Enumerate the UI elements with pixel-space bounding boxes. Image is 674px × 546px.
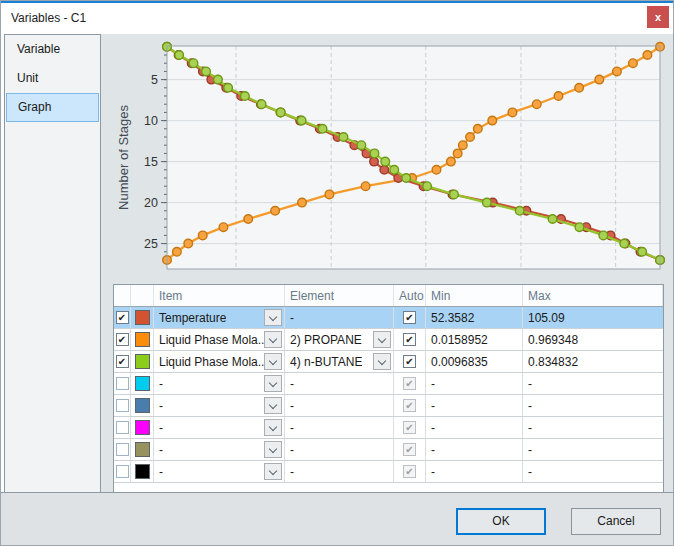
table-row[interactable]: --✔-- [114,373,663,395]
chevron-down-icon[interactable] [373,353,391,370]
y-tick-label: 10 [144,114,158,128]
series-color-swatch[interactable] [135,354,150,369]
row-enabled-checkbox[interactable] [116,377,129,390]
series-marker [244,215,253,224]
enable-cell [114,417,131,438]
y-tick-label: 5 [151,73,158,87]
element-label: - [285,465,294,479]
series-color-swatch[interactable] [135,398,150,413]
cancel-button[interactable]: Cancel [571,508,661,535]
row-enabled-checkbox[interactable]: ✔ [116,311,129,324]
row-enabled-checkbox[interactable] [116,443,129,456]
column-header [114,285,131,306]
min-value: 0.0158952 [426,333,488,347]
max-value: 105.09 [523,311,565,325]
series-color-swatch[interactable] [135,464,150,479]
chevron-down-icon[interactable] [264,353,282,370]
auto-cell: ✔ [394,373,426,394]
max-cell: 105.09 [523,307,663,328]
series-color-swatch[interactable] [135,376,150,391]
table-row[interactable]: --✔-- [114,417,663,439]
item-select: Liquid Phase Mola... [154,329,285,350]
sidebar-item-graph[interactable]: Graph [6,93,99,122]
series-marker [381,157,390,166]
series-color-swatch[interactable] [135,310,150,325]
auto-checkbox[interactable]: ✔ [403,311,416,324]
series-marker [241,92,250,101]
series-color-swatch[interactable] [135,442,150,457]
series-marker [453,149,462,158]
item-label: - [154,465,163,479]
enable-cell [114,439,131,460]
column-header: Element [285,285,394,306]
max-cell: - [523,395,663,416]
auto-cell: ✔ [394,329,426,350]
color-cell [131,439,154,460]
dialog-footer: OK Cancel [1,492,673,545]
element-label: - [285,421,294,435]
min-cell: - [426,417,523,438]
column-header: Auto [394,285,426,306]
element-label: - [285,443,294,457]
series-marker [173,247,182,256]
row-enabled-checkbox[interactable] [116,399,129,412]
max-cell: - [523,439,663,460]
auto-checkbox[interactable]: ✔ [403,333,416,346]
chevron-down-icon[interactable] [264,331,282,348]
table-row[interactable]: --✔-- [114,461,663,483]
y-tick-label: 15 [144,155,158,169]
table-header-row: ItemElementAutoMinMax [114,285,663,307]
item-select: - [154,417,285,438]
table-row[interactable]: ✔Liquid Phase Mola...2) PROPANE✔0.015895… [114,329,663,351]
item-label: - [154,377,163,391]
chevron-down-icon[interactable] [264,441,282,458]
dialog-title: Variables - C1 [11,11,86,25]
series-color-swatch[interactable] [135,332,150,347]
auto-cell: ✔ [394,395,426,416]
table-row[interactable]: --✔-- [114,395,663,417]
chevron-down-icon[interactable] [264,463,282,480]
series-marker [532,100,541,109]
item-select: Temperature [154,307,285,328]
max-cell: 0.969348 [523,329,663,350]
series-marker [515,206,524,215]
series-marker [423,182,432,191]
column-header: Max [523,285,663,306]
auto-cell: ✔ [394,417,426,438]
max-value: - [523,377,532,391]
ok-button[interactable]: OK [456,508,546,535]
min-cell: - [426,461,523,482]
series-marker [554,92,563,101]
table-row[interactable]: ✔Liquid Phase Mola...4) n-BUTANE✔0.00968… [114,351,663,373]
auto-cell: ✔ [394,461,426,482]
chevron-down-icon[interactable] [373,331,391,348]
row-enabled-checkbox[interactable] [116,465,129,478]
max-value: - [523,443,532,457]
max-cell: - [523,461,663,482]
chevron-down-icon[interactable] [264,309,282,326]
row-enabled-checkbox[interactable]: ✔ [116,355,129,368]
chevron-down-icon[interactable] [264,375,282,392]
row-enabled-checkbox[interactable] [116,421,129,434]
chevron-down-icon[interactable] [264,419,282,436]
chevron-down-icon[interactable] [264,397,282,414]
close-icon[interactable]: x [647,6,669,28]
column-header-label: Max [523,289,551,303]
enable-cell: ✔ [114,329,131,350]
series-marker [548,215,557,224]
sidebar-item-unit[interactable]: Unit [6,64,99,93]
titlebar[interactable]: Variables - C1 x [1,3,673,34]
element-label: - [285,399,294,413]
min-value: 0.0096835 [426,355,488,369]
table-row[interactable]: --✔-- [114,439,663,461]
auto-cell: ✔ [394,351,426,372]
series-color-swatch[interactable] [135,420,150,435]
row-enabled-checkbox[interactable]: ✔ [116,333,129,346]
auto-checkbox[interactable]: ✔ [403,355,416,368]
series-marker [629,59,638,68]
element-select: 2) PROPANE [285,329,394,350]
series-marker [271,206,280,215]
series-marker [595,75,604,84]
table-row[interactable]: ✔Temperature-✔52.3582105.09 [114,307,663,329]
sidebar-item-variable[interactable]: Variable [6,35,99,64]
